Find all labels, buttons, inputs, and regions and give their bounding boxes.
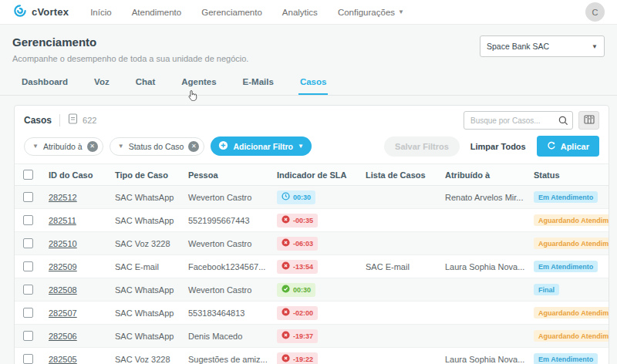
chevron-down-icon: ▼ <box>298 143 304 150</box>
apply-button[interactable]: Aplicar <box>537 136 599 157</box>
case-type-cell: SAC WhatsApp <box>113 209 187 232</box>
cvortex-spiral-icon <box>12 3 28 22</box>
x-circle-icon <box>282 354 290 364</box>
tab-casos[interactable]: Casos <box>298 71 329 95</box>
sla-badge: -19:22 <box>277 352 318 364</box>
nav-items: InícioAtendimentoGerenciamentoAnalyticsC… <box>90 8 424 17</box>
row-checkbox[interactable] <box>23 261 33 271</box>
status-cell: Em Atendimento <box>532 255 609 278</box>
tab-dashboard[interactable]: Dashboard <box>20 71 69 95</box>
case-id-link[interactable]: 282510 <box>49 239 77 248</box>
status-cell: Final <box>532 278 609 302</box>
save-filters-button[interactable]: Salvar Filtros <box>384 136 460 157</box>
select-all-checkbox[interactable] <box>23 170 33 180</box>
assigned-cell <box>443 209 532 232</box>
user-avatar[interactable]: C <box>585 2 605 22</box>
row-checkbox[interactable] <box>23 238 33 248</box>
sla-cell: 00:30 <box>275 186 364 209</box>
case-list-cell <box>364 348 443 364</box>
tab-voz[interactable]: Voz <box>93 71 111 95</box>
search-input[interactable] <box>464 111 573 130</box>
sla-cell: -19:22 <box>275 348 364 364</box>
assigned-cell: Renato Arvelos Mir... <box>443 186 532 209</box>
person-cell: 553183464813 <box>187 302 275 325</box>
nav-item-gerenciamento[interactable]: Gerenciamento <box>201 8 262 17</box>
table-row: 282512 SAC WhatsApp Weverton Castro 00:3… <box>15 186 609 209</box>
nav-item-início[interactable]: Início <box>90 8 112 17</box>
tab-chat[interactable]: Chat <box>134 71 157 95</box>
case-type-cell: SAC WhatsApp <box>113 186 187 209</box>
row-checkbox[interactable] <box>23 285 33 295</box>
sla-cell: -00:35 <box>275 209 364 232</box>
row-checkbox[interactable] <box>23 331 33 341</box>
nav-item-configurações[interactable]: Configurações▼ <box>338 8 404 17</box>
brand-logo[interactable]: cVortex <box>12 3 69 22</box>
brand-name: cVortex <box>32 6 69 18</box>
person-cell: Weverton Castro <box>187 186 275 209</box>
case-type-cell: SAC WhatsApp <box>113 302 187 325</box>
sla-cell: -06:03 <box>275 232 364 255</box>
clock-icon <box>282 192 290 202</box>
sla-badge: -02:00 <box>277 306 318 320</box>
case-type-cell: SAC Voz 3228 <box>113 232 187 255</box>
status-cell: Aguardando Atendimento - Space <box>532 325 609 348</box>
row-checkbox[interactable] <box>23 215 33 225</box>
tab-e-mails[interactable]: E-Mails <box>241 71 275 95</box>
case-id-link[interactable]: 282512 <box>49 193 77 202</box>
check-circle-icon <box>282 285 290 295</box>
case-id-link[interactable]: 282507 <box>49 308 77 318</box>
column-header: Lista de Casos <box>364 164 443 186</box>
x-circle-icon <box>282 331 290 341</box>
row-checkbox[interactable] <box>23 354 33 364</box>
case-id-link[interactable]: 282511 <box>49 216 76 225</box>
column-header: Status <box>532 164 609 186</box>
filter-chip[interactable]: ▼ Atribuído à ✕ <box>24 137 103 156</box>
page-header: Gerenciamento Acompanhe o desempenho de … <box>0 25 617 63</box>
case-id-link[interactable]: 282509 <box>49 262 77 271</box>
case-list-cell <box>364 302 443 325</box>
column-header: ID do Caso <box>47 164 113 186</box>
cases-panel-header: Casos 622 <box>15 106 609 132</box>
row-checkbox[interactable] <box>23 192 33 202</box>
view-columns-icon <box>584 113 595 127</box>
filter-chip-label: Status do Caso <box>129 142 184 151</box>
close-icon[interactable]: ✕ <box>87 141 98 152</box>
chevron-down-icon: ▼ <box>398 8 404 15</box>
refresh-icon <box>547 141 556 152</box>
clear-all-button[interactable]: Limpar Todos <box>470 142 526 151</box>
assigned-cell <box>443 302 532 325</box>
nav-item-analytics[interactable]: Analytics <box>282 8 318 17</box>
business-unit-value: Space Bank SAC <box>487 42 549 51</box>
status-badge: Em Atendimento <box>534 191 598 203</box>
case-id-link[interactable]: 282505 <box>49 355 77 364</box>
add-filter-button[interactable]: Adicionar Filtro ▼ <box>211 136 312 156</box>
tab-agentes[interactable]: Agentes <box>180 71 217 95</box>
filter-bar: ▼ Atribuído à ✕▼ Status do Caso ✕ Adicio… <box>15 132 609 163</box>
case-id-link[interactable]: 282506 <box>49 332 77 341</box>
person-cell: Sugestões de amiz... <box>187 348 275 364</box>
business-unit-select[interactable]: Space Bank SAC ▼ <box>480 35 605 57</box>
section-tabs: DashboardVozChatAgentesE-MailsCasos <box>0 71 617 96</box>
table-row: 282508 SAC WhatsApp Weverton Castro 00:3… <box>15 278 609 302</box>
status-badge: Aguardando Atendimento - Space <box>534 214 609 226</box>
case-type-cell: SAC E-mail <box>113 255 187 278</box>
chevron-down-icon: ▼ <box>592 43 598 50</box>
document-icon <box>68 113 78 127</box>
table-row: 282505 SAC Voz 3228 Sugestões de amiz...… <box>15 348 609 364</box>
close-icon[interactable]: ✕ <box>188 141 199 152</box>
cases-count: 622 <box>83 116 96 125</box>
person-cell: 5521995667443 <box>187 209 275 232</box>
panel-title: Casos <box>24 115 52 126</box>
chevron-down-icon: ▼ <box>118 143 124 150</box>
row-checkbox[interactable] <box>23 308 33 318</box>
view-columns-button[interactable] <box>578 111 599 130</box>
status-cell: Em Atendimento <box>532 186 609 209</box>
table-row: 282506 SAC WhatsApp Denis Macedo -19:37 … <box>15 325 609 348</box>
search-wrap <box>464 111 573 130</box>
nav-item-atendimento[interactable]: Atendimento <box>132 8 182 17</box>
assigned-cell <box>443 232 532 255</box>
filter-chip[interactable]: ▼ Status do Caso ✕ <box>110 137 205 156</box>
status-cell: Aguardando Atendimento - Space <box>532 232 609 255</box>
case-id-link[interactable]: 282508 <box>49 285 77 295</box>
case-list-cell <box>364 232 443 255</box>
